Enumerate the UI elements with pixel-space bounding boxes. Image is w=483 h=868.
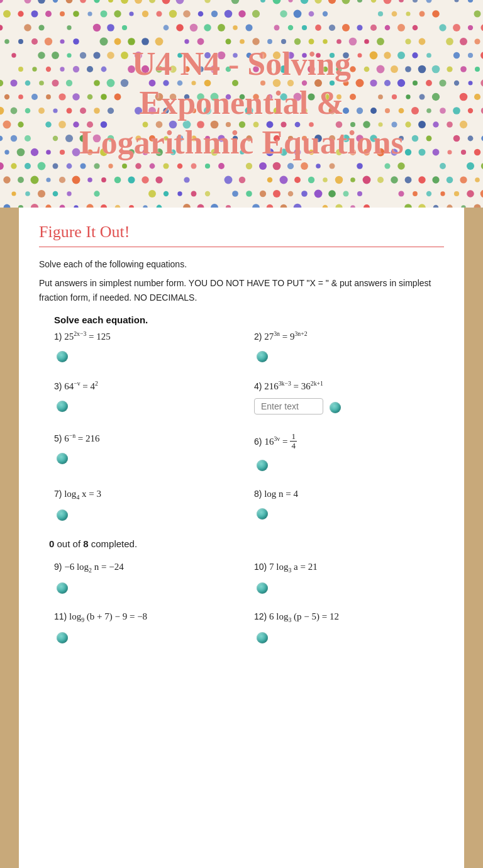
problem-1-equation: 1) 252x−3 = 125: [54, 330, 244, 342]
problem-8: 8) log n = 4: [244, 489, 444, 520]
page-title: U4 N4 - Solving Exponential & Logarithmi…: [24, 45, 458, 162]
progress-label: out of: [57, 538, 81, 549]
problem-row-9-10: 9) −6 log2 n = −24 10) 7 log3 a = 21: [39, 562, 444, 594]
progress-suffix: completed.: [91, 538, 137, 549]
problem-1: 1) 252x−3 = 125: [39, 330, 244, 362]
problem-4: 4) 2163k−3 = 362k+1: [244, 380, 444, 415]
problem-2-answer: [254, 348, 444, 362]
problem-5-equation: 5) 6−n = 216: [54, 432, 244, 444]
problem-11-answer: [54, 630, 244, 643]
answer-dot-10[interactable]: [257, 582, 268, 594]
section-title: Figure It Out!: [39, 223, 444, 242]
problem-5-answer: [54, 450, 244, 464]
problem-11-equation: 11) log9 (b + 7) − 9 = −8: [54, 611, 244, 623]
progress-text: 0 out of 8 completed.: [49, 538, 444, 549]
problem-row-5-6: 5) 6−n = 216 6) 163v = 1 4: [39, 432, 444, 471]
problem-3-equation: 3) 64−v = 42: [54, 380, 244, 392]
answer-dot-8[interactable]: [257, 508, 268, 520]
problem-12-answer: [254, 630, 444, 643]
problem-12: 12) 6 log3 (p − 5) = 12: [244, 611, 444, 643]
problem-2: 2) 273n = 93n+2: [244, 330, 444, 362]
instruction2: Put answers in simplest number form. YOU…: [39, 276, 444, 304]
progress-total: 8: [83, 538, 91, 549]
content-area: Figure It Out! Solve each of the followi…: [19, 208, 464, 868]
problem-8-equation: 8) log n = 4: [254, 489, 444, 499]
problem-1-answer: [54, 348, 244, 362]
solve-label: Solve each equation.: [54, 314, 444, 325]
problem-3-answer: [54, 398, 244, 412]
problem-5: 5) 6−n = 216: [39, 432, 244, 464]
answer-dot-4[interactable]: [330, 402, 341, 413]
progress-completed: 0: [49, 538, 54, 549]
section-divider: [39, 247, 444, 247]
problem-9-equation: 9) −6 log2 n = −24: [54, 562, 244, 574]
problem-10-equation: 10) 7 log3 a = 21: [254, 562, 444, 574]
problem-7-answer: [54, 507, 244, 521]
problem-6-answer: [254, 457, 444, 471]
title-line1: U4 N4 - Solving: [132, 46, 351, 82]
answer-dot-1[interactable]: [57, 351, 68, 362]
problem-row-7-8: 7) log4 x = 3 8) log n = 4: [39, 489, 444, 521]
cork-left: [0, 208, 19, 868]
answer-dot-6[interactable]: [257, 460, 268, 471]
header-section: U4 N4 - Solving Exponential & Logarithmi…: [0, 0, 483, 208]
problem-row-11-12: 11) log9 (b + 7) − 9 = −8 12) 6 log3 (p …: [39, 611, 444, 643]
problem-7-equation: 7) log4 x = 3: [54, 489, 244, 501]
problem-9: 9) −6 log2 n = −24: [39, 562, 244, 594]
problem-10-answer: [254, 580, 444, 594]
instruction1: Solve each of the following equations.: [39, 257, 444, 271]
problem-11: 11) log9 (b + 7) − 9 = −8: [39, 611, 244, 643]
problem-9-answer: [54, 580, 244, 594]
problem-4-equation: 4) 2163k−3 = 362k+1: [254, 380, 444, 392]
problem-10: 10) 7 log3 a = 21: [244, 562, 444, 594]
problem-12-equation: 12) 6 log3 (p − 5) = 12: [254, 611, 444, 623]
problem-6: 6) 163v = 1 4: [244, 432, 444, 471]
cork-right: [464, 208, 483, 868]
problem-row-3-4: 3) 64−v = 42 4) 2163k−3 = 362k+1: [39, 380, 444, 415]
title-line3: Logarithmic Equations: [79, 125, 404, 160]
enter-text-input[interactable]: [254, 398, 323, 415]
problem-4-answer[interactable]: [254, 398, 444, 415]
problem-7: 7) log4 x = 3: [39, 489, 244, 521]
answer-dot-12[interactable]: [257, 632, 268, 643]
answer-dot-7[interactable]: [57, 509, 68, 521]
answer-dot-5[interactable]: [57, 453, 68, 464]
problem-8-answer: [254, 506, 444, 520]
problem-row-1-2: 1) 252x−3 = 125 2) 273n = 93n+2: [39, 330, 444, 362]
problem-6-equation: 6) 163v = 1 4: [254, 432, 444, 451]
answer-dot-2[interactable]: [257, 351, 268, 362]
problem-2-equation: 2) 273n = 93n+2: [254, 330, 444, 342]
title-line2: Exponential &: [139, 86, 343, 121]
problem-3: 3) 64−v = 42: [39, 380, 244, 412]
answer-dot-9[interactable]: [57, 582, 68, 594]
answer-dot-3[interactable]: [57, 401, 68, 412]
answer-dot-11[interactable]: [57, 632, 68, 643]
